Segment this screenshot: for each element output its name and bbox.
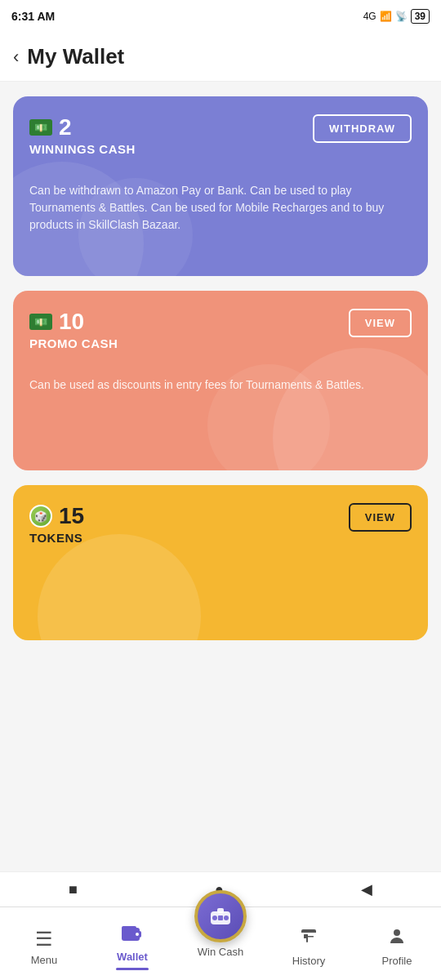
sim-icon: 4G bbox=[363, 11, 376, 22]
status-bar: 6:31 AM 4G 📶 📡 39 bbox=[0, 0, 441, 33]
svg-rect-1 bbox=[122, 926, 136, 930]
winnings-money-icon: 💵 bbox=[29, 119, 52, 136]
tokens-label: TOKENS bbox=[29, 531, 84, 545]
winnings-description: Can be withdrawn to Amazon Pay or Bank. … bbox=[29, 182, 412, 234]
menu-label: Menu bbox=[31, 954, 58, 966]
tokens-amount: 15 bbox=[59, 503, 84, 529]
history-icon bbox=[299, 927, 318, 951]
wallet-underline bbox=[116, 968, 149, 970]
promo-info: 💵 10 PROMO CASH bbox=[29, 309, 118, 350]
winnings-card: 💵 2 WINNINGS CASH WITHDRAW Can be withdr… bbox=[13, 96, 428, 276]
android-back-icon[interactable]: ◀ bbox=[361, 880, 372, 898]
tokens-info: 🎲 15 TOKENS bbox=[29, 503, 84, 545]
profile-icon bbox=[387, 927, 407, 951]
profile-label: Profile bbox=[382, 955, 412, 967]
svg-point-12 bbox=[394, 929, 400, 936]
nav-item-profile[interactable]: Profile bbox=[353, 920, 441, 967]
svg-rect-7 bbox=[218, 915, 223, 920]
status-icons: 4G 📶 📡 39 bbox=[363, 9, 430, 24]
token-icon: 🎲 bbox=[29, 505, 52, 528]
wincash-button[interactable] bbox=[194, 890, 247, 942]
signal-icon: 📶 bbox=[380, 11, 392, 22]
nav-item-history[interactable]: History bbox=[265, 920, 353, 967]
tokens-amount-row: 🎲 15 bbox=[29, 503, 84, 529]
winnings-label: WINNINGS CASH bbox=[29, 142, 136, 156]
promo-description: Can be used as discounts in entry fees f… bbox=[29, 376, 412, 394]
winnings-amount: 2 bbox=[59, 114, 72, 140]
svg-point-6 bbox=[224, 915, 229, 920]
svg-rect-8 bbox=[217, 908, 224, 913]
nav-item-menu[interactable]: ☰ Menu bbox=[0, 921, 88, 966]
header: ‹ My Wallet bbox=[0, 33, 441, 82]
tokens-view-button[interactable]: VIEW bbox=[349, 503, 412, 532]
promo-label: PROMO CASH bbox=[29, 336, 118, 350]
back-button[interactable]: ‹ bbox=[13, 47, 19, 68]
wincash-label: Win Cash bbox=[198, 946, 243, 958]
battery-indicator: 39 bbox=[411, 9, 430, 24]
bottom-nav: ☰ Menu Wallet Win Cash bbox=[0, 906, 441, 980]
promo-card: 💵 10 PROMO CASH VIEW Can be used as disc… bbox=[13, 291, 428, 470]
page-title: My Wallet bbox=[27, 44, 124, 69]
nav-item-wallet[interactable]: Wallet bbox=[88, 918, 176, 970]
svg-point-3 bbox=[136, 933, 139, 936]
promo-amount-row: 💵 10 bbox=[29, 309, 118, 335]
status-time: 6:31 AM bbox=[11, 10, 55, 23]
winnings-card-top: 💵 2 WINNINGS CASH WITHDRAW bbox=[29, 114, 412, 156]
winnings-amount-row: 💵 2 bbox=[29, 114, 136, 140]
svg-rect-11 bbox=[304, 936, 314, 938]
promo-card-top: 💵 10 PROMO CASH VIEW bbox=[29, 309, 412, 350]
main-content: 💵 2 WINNINGS CASH WITHDRAW Can be withdr… bbox=[0, 82, 441, 786]
winnings-info: 💵 2 WINNINGS CASH bbox=[29, 114, 136, 156]
svg-point-5 bbox=[212, 915, 217, 920]
tokens-card-top: 🎲 15 TOKENS VIEW bbox=[29, 503, 412, 545]
promo-money-icon: 💵 bbox=[29, 314, 52, 330]
wallet-label: Wallet bbox=[117, 951, 148, 963]
promo-amount: 10 bbox=[59, 309, 84, 335]
wifi-icon: 📡 bbox=[395, 11, 408, 22]
withdraw-button[interactable]: WITHDRAW bbox=[313, 114, 412, 143]
wallet-icon bbox=[122, 924, 143, 947]
android-stop-icon[interactable]: ■ bbox=[69, 881, 78, 898]
history-label: History bbox=[292, 955, 325, 967]
promo-view-button[interactable]: VIEW bbox=[349, 309, 412, 337]
menu-icon: ☰ bbox=[35, 928, 53, 951]
nav-item-wincash[interactable]: Win Cash bbox=[176, 890, 265, 958]
tokens-card: 🎲 15 TOKENS VIEW bbox=[13, 485, 428, 640]
